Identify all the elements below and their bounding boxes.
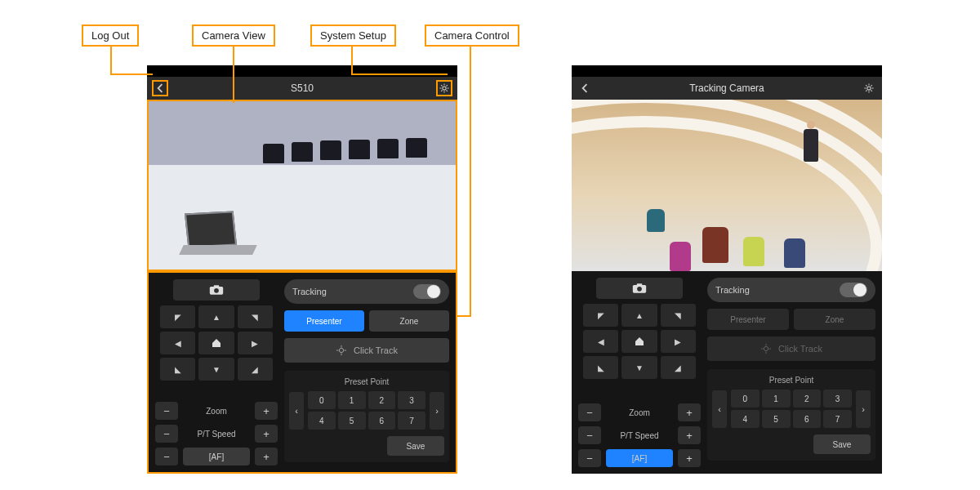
nav-bar: S510 <box>147 77 457 100</box>
pan-right[interactable]: ▶ <box>661 330 696 353</box>
svg-rect-2 <box>214 285 220 287</box>
preset-2[interactable]: 2 <box>368 391 396 409</box>
status-bar <box>572 65 882 77</box>
pan-down[interactable]: ▼ <box>198 358 234 381</box>
snapshot-button[interactable] <box>596 278 683 299</box>
target-icon <box>336 345 347 356</box>
ptspeed-label: P/T Speed <box>606 431 673 440</box>
callout-line <box>233 46 234 103</box>
zoom-minus[interactable]: − <box>578 403 601 421</box>
zoom-control: − Zoom + <box>155 402 278 420</box>
preset-7[interactable]: 7 <box>823 410 852 428</box>
preset-prev[interactable]: ‹ <box>712 390 727 428</box>
pan-down-left[interactable]: ◣ <box>583 356 618 379</box>
back-button[interactable] <box>152 80 168 96</box>
preset-1[interactable]: 1 <box>338 391 366 409</box>
camera-view <box>572 100 882 271</box>
pan-down[interactable]: ▼ <box>621 356 657 379</box>
pan-down-left[interactable]: ◣ <box>160 358 195 381</box>
preset-3[interactable]: 3 <box>398 391 425 409</box>
nav-bar: Tracking Camera <box>572 77 882 100</box>
click-track-label: Click Track <box>778 344 822 354</box>
svg-point-8 <box>637 287 642 292</box>
settings-button[interactable] <box>861 80 877 96</box>
preset-5[interactable]: 5 <box>338 412 366 430</box>
settings-button[interactable] <box>436 80 452 96</box>
preset-0[interactable]: 0 <box>731 390 760 408</box>
preset-4[interactable]: 4 <box>308 412 336 430</box>
presenter-mode-button[interactable]: Presenter <box>284 310 364 332</box>
pan-home[interactable] <box>621 330 657 353</box>
callout-line <box>351 46 353 74</box>
pan-left[interactable]: ◀ <box>583 330 618 353</box>
ptz-column: ◤ ▲ ◥ ◀ ▶ ◣ ▼ ◢ − Zoom + − <box>578 278 701 467</box>
zoom-minus[interactable]: − <box>155 402 178 420</box>
presenter-mode-button[interactable]: Presenter <box>707 309 789 330</box>
pan-down-right[interactable]: ◢ <box>661 356 696 379</box>
preset-3[interactable]: 3 <box>823 390 852 408</box>
zone-mode-button[interactable]: Zone <box>369 310 449 332</box>
callout-line <box>110 74 153 75</box>
svg-point-3 <box>214 288 219 293</box>
svg-point-5 <box>867 87 871 90</box>
af-minus[interactable]: − <box>578 449 601 467</box>
tracking-column: Tracking Presenter Zone Click Track Pres… <box>284 279 449 466</box>
af-minus[interactable]: − <box>155 448 178 466</box>
click-track-button[interactable]: Click Track <box>707 336 875 361</box>
pan-right[interactable]: ▶ <box>238 332 273 354</box>
gear-icon <box>863 82 875 94</box>
pan-up[interactable]: ▲ <box>621 304 657 327</box>
af-button[interactable]: [AF] <box>183 448 250 466</box>
preset-6[interactable]: 6 <box>368 412 396 430</box>
tracking-toggle[interactable] <box>413 284 441 299</box>
af-plus[interactable]: + <box>255 448 278 466</box>
preset-row: ‹ 0 1 2 3 4 5 6 7 › <box>712 390 871 428</box>
zoom-plus[interactable]: + <box>255 402 278 420</box>
back-button[interactable] <box>577 80 593 96</box>
save-button[interactable]: Save <box>813 434 871 454</box>
svg-rect-7 <box>637 283 643 285</box>
preset-prev[interactable]: ‹ <box>289 392 304 430</box>
ptspeed-minus[interactable]: − <box>578 426 601 444</box>
page-title: S510 <box>147 82 457 94</box>
left-app: S510 ◤ ▲ ◥ ◀ <box>147 65 457 474</box>
mode-row: Presenter Zone <box>284 310 449 332</box>
pan-up-right[interactable]: ◥ <box>238 305 273 328</box>
af-button[interactable]: [AF] <box>606 449 673 467</box>
zoom-control: − Zoom + <box>578 403 701 421</box>
pan-up[interactable]: ▲ <box>198 305 234 328</box>
save-button[interactable]: Save <box>387 436 444 456</box>
pan-up-right[interactable]: ◥ <box>661 304 696 327</box>
pan-down-right[interactable]: ◢ <box>238 358 273 381</box>
preset-5[interactable]: 5 <box>762 410 791 428</box>
zone-mode-button[interactable]: Zone <box>794 309 875 330</box>
pan-left[interactable]: ◀ <box>160 332 195 354</box>
zoom-label: Zoom <box>183 407 250 416</box>
pan-up-left[interactable]: ◤ <box>583 304 618 327</box>
af-plus[interactable]: + <box>678 449 701 467</box>
preset-next[interactable]: › <box>856 390 871 428</box>
preset-7[interactable]: 7 <box>398 412 425 430</box>
snapshot-button[interactable] <box>173 279 260 301</box>
preset-6[interactable]: 6 <box>793 410 822 428</box>
tracking-toggle[interactable] <box>840 283 867 297</box>
preset-0[interactable]: 0 <box>308 391 336 409</box>
ptspeed-plus[interactable]: + <box>678 426 701 444</box>
presenter-figure <box>804 129 818 162</box>
mode-row: Presenter Zone <box>707 309 875 330</box>
callout-system-setup: System Setup <box>310 24 396 47</box>
af-control: − [AF] + <box>578 449 701 467</box>
preset-block: Preset Point ‹ 0 1 2 3 4 5 6 7 › Sav <box>707 369 875 461</box>
preset-1[interactable]: 1 <box>762 390 791 408</box>
tracking-label: Tracking <box>715 285 750 295</box>
preset-2[interactable]: 2 <box>793 390 822 408</box>
ptspeed-plus[interactable]: + <box>255 425 278 443</box>
callout-line <box>470 46 471 315</box>
zoom-plus[interactable]: + <box>678 403 701 421</box>
preset-next[interactable]: › <box>430 392 444 430</box>
ptspeed-minus[interactable]: − <box>155 425 178 443</box>
pan-up-left[interactable]: ◤ <box>160 305 195 328</box>
preset-4[interactable]: 4 <box>731 410 760 428</box>
click-track-button[interactable]: Click Track <box>284 338 449 363</box>
pan-home[interactable] <box>198 332 234 354</box>
